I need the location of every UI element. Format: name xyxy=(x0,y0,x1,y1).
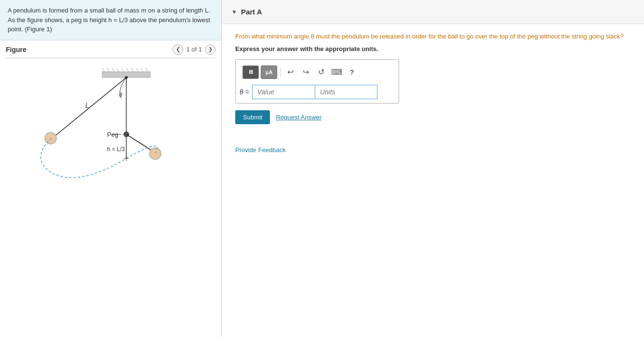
part-collapse-icon[interactable]: ▼ xyxy=(231,9,237,15)
figure-header: Figure ❮ 1 of 1 ❯ xyxy=(6,44,215,58)
problem-statement: A pendulum is formed from a small ball o… xyxy=(0,0,221,40)
express-text: Express your answer with the appropriate… xyxy=(235,45,631,52)
figure-next-button[interactable]: ❯ xyxy=(205,44,215,55)
figure-section: Figure ❮ 1 of 1 ❯ xyxy=(0,40,221,337)
theta-equals-label: θ = xyxy=(240,88,249,96)
symbol-button[interactable]: μA xyxy=(261,65,277,79)
svg-line-7 xyxy=(131,68,134,72)
input-row: θ = xyxy=(240,85,395,99)
part-title: Part A xyxy=(241,8,262,16)
svg-line-4 xyxy=(117,68,119,72)
units-input[interactable] xyxy=(315,85,377,99)
answer-box: ⊞ μA ↩ ↪ ↺ ⌨ ? θ = xyxy=(235,59,399,104)
figure-counter: 1 of 1 xyxy=(186,46,202,53)
figure-canvas: L θ Peg h = L/3 xyxy=(6,62,215,197)
svg-line-8 xyxy=(136,68,138,72)
figure-nav: ❮ 1 of 1 ❯ xyxy=(173,44,215,55)
keyboard-button[interactable]: ⌨ xyxy=(330,65,343,79)
svg-point-18 xyxy=(45,132,56,144)
redo-button[interactable]: ↪ xyxy=(299,65,312,79)
request-answer-button[interactable]: Request Answer xyxy=(276,114,322,121)
problem-text-content: A pendulum is formed from a small ball o… xyxy=(8,7,210,33)
toolbar: ⊞ μA ↩ ↪ ↺ ⌨ ? xyxy=(240,64,395,81)
figure-prev-button[interactable]: ❮ xyxy=(173,44,183,55)
svg-line-5 xyxy=(121,68,124,72)
svg-line-9 xyxy=(141,68,143,72)
svg-point-17 xyxy=(149,148,161,159)
theta-label-svg: θ xyxy=(119,91,122,98)
left-panel: A pendulum is formed from a small ball o… xyxy=(0,0,222,337)
pendulum-diagram: L θ Peg h = L/3 xyxy=(6,62,189,187)
undo-button[interactable]: ↩ xyxy=(283,65,297,79)
svg-line-1 xyxy=(102,68,105,72)
part-header: ▼ Part A xyxy=(222,0,644,24)
svg-line-10 xyxy=(146,68,148,72)
svg-line-12 xyxy=(54,78,126,137)
question-text: From what minimum angle θ must the pendu… xyxy=(235,32,631,41)
part-content: From what minimum angle θ must the pendu… xyxy=(222,24,644,132)
right-panel: ▼ Part A From what minimum angle θ must … xyxy=(222,0,644,337)
provide-feedback-link[interactable]: Provide Feedback xyxy=(222,146,644,154)
submit-button[interactable]: Submit xyxy=(235,110,270,124)
reset-button[interactable]: ↺ xyxy=(314,65,328,79)
h-label: h = L/3 xyxy=(107,146,125,153)
figure-title: Figure xyxy=(6,46,27,53)
help-button[interactable]: ? xyxy=(345,65,359,79)
svg-line-2 xyxy=(107,68,109,72)
svg-line-6 xyxy=(126,68,129,72)
action-row: Submit Request Answer xyxy=(235,110,631,124)
svg-line-16 xyxy=(126,134,153,151)
svg-line-3 xyxy=(112,68,114,72)
matrix-button[interactable]: ⊞ xyxy=(242,65,259,79)
toolbar-separator-1 xyxy=(280,67,281,77)
value-input[interactable] xyxy=(252,85,315,99)
L-label: L xyxy=(85,102,89,109)
